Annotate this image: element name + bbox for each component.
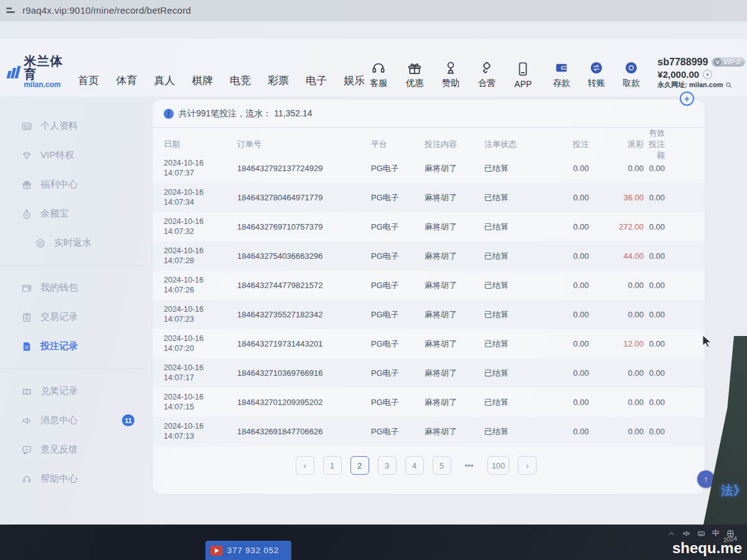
cell-valid-bet: 0.00 — [647, 368, 693, 378]
cell-order-number: 1846432701209395202 — [237, 398, 371, 407]
header-action-headset[interactable]: 客服 — [365, 60, 392, 89]
taskbar-window-button[interactable]: 377 932 052 — [205, 541, 291, 560]
nav-item-8[interactable]: 娱乐 — [344, 73, 365, 88]
page-button-1[interactable]: 1 — [323, 456, 342, 475]
cell-order-number: 1846432735527182342 — [237, 310, 371, 319]
header-action-gift[interactable]: 优惠 — [401, 60, 428, 89]
header-wallet-actions: 存款转账取款 — [548, 60, 645, 89]
sidebar-item-welfare-gift[interactable]: 福利中心 — [0, 170, 144, 199]
vip-badge: VVIP 0 — [712, 57, 745, 67]
sidebar-item-transaction-record[interactable]: 交易记录 — [0, 302, 144, 332]
column-header: 平台 — [371, 139, 425, 150]
page-button-4[interactable]: 4 — [405, 456, 424, 475]
balance-refresh-chevron-icon[interactable]: ▾ — [703, 70, 712, 79]
cell-bet-content: 麻将胡了 — [425, 338, 484, 350]
cell-status: 已结算 — [484, 368, 547, 379]
header-action-partner[interactable]: 合营 — [473, 60, 500, 89]
cell-valid-bet: 0.00 — [647, 251, 693, 261]
page-button-3[interactable]: 3 — [378, 456, 397, 475]
withdraw-icon — [623, 60, 639, 76]
sidebar-item-feedback[interactable]: 意见反馈 — [0, 435, 144, 464]
cell-status: 已结算 — [484, 192, 547, 203]
page-prev-button[interactable]: ‹ — [296, 456, 314, 475]
sidebar-item-prize-record[interactable]: 兑奖记录 — [0, 376, 144, 406]
sidebar-item-profile-card[interactable]: 个人资料 — [0, 111, 144, 141]
sidebar-item-rebate-target[interactable]: 实时返水 — [0, 228, 144, 258]
cell-valid-bet: 0.00 — [647, 222, 693, 231]
header-action-app[interactable]: APP — [509, 61, 537, 89]
page-ellipsis-button[interactable]: ••• — [460, 456, 479, 475]
cell-date: 2024-10-1614:07:34 — [164, 188, 237, 207]
page-button-100[interactable]: 100 — [487, 456, 510, 475]
sponsor-icon — [443, 60, 459, 76]
browser-profile-icon[interactable] — [6, 7, 15, 13]
pagination: ‹12345•••100› — [153, 456, 705, 475]
header-action-deposit[interactable]: 存款 — [548, 60, 575, 89]
sidebar-item-help-center[interactable]: 帮助中心 — [0, 464, 144, 493]
cell-valid-bet: 0.00 — [647, 281, 693, 290]
media-player-icon — [210, 546, 223, 556]
partner-icon — [479, 60, 495, 76]
page-next-button[interactable]: › — [518, 456, 537, 475]
expand-plus-button[interactable]: + — [680, 91, 694, 106]
sidebar-item-bet-record[interactable]: 投注记录 — [0, 332, 144, 361]
nav-item-4[interactable]: 棋牌 — [192, 73, 213, 88]
cell-date: 2024-10-1614:07:37 — [164, 159, 237, 178]
page-button-2[interactable]: 2 — [350, 456, 369, 475]
app-icon — [515, 61, 531, 77]
cell-order-number: 1846432710369766916 — [237, 368, 371, 378]
headset-icon — [370, 60, 387, 76]
nav-item-6[interactable]: 彩票 — [268, 73, 289, 88]
cell-bet-content: 麻将胡了 — [425, 192, 484, 203]
cell-order-number: 1846432754036663296 — [237, 251, 371, 261]
cell-platform: PG电子 — [371, 426, 425, 437]
sidebar-item-vip-gem[interactable]: VIP特权 — [0, 141, 144, 170]
cell-date: 2024-10-1614:07:20 — [164, 334, 237, 353]
page-button-5[interactable]: 5 — [433, 456, 451, 475]
tray-ime-indicator[interactable]: 中 — [712, 528, 720, 539]
table-body: 2024-10-1614:07:371846432792137724929PG电… — [153, 154, 705, 446]
table-row: 2024-10-1614:07:371846432792137724929PG电… — [153, 154, 705, 183]
header-action-withdraw[interactable]: 取款 — [618, 60, 645, 89]
help-center-icon — [21, 474, 32, 485]
search-icon[interactable] — [725, 82, 733, 89]
cell-date: 2024-10-1614:07:15 — [164, 393, 237, 412]
table-row: 2024-10-1614:07:151846432701209395202PG电… — [153, 388, 705, 417]
cell-bet-content: 麻将胡了 — [425, 222, 484, 233]
sidebar-item-wallet[interactable]: 我的钱包 — [0, 273, 144, 302]
header-action-transfer[interactable]: 转账 — [583, 60, 610, 89]
deposit-icon — [553, 60, 570, 76]
sidebar-group-2: 我的钱包交易记录投注记录 — [0, 265, 144, 365]
sidebar-item-message-center[interactable]: 消息中心11 — [0, 406, 144, 435]
header-quick-actions: 客服优惠赞助合营APP — [365, 60, 537, 89]
tray-chevron-up-icon[interactable] — [667, 530, 675, 538]
column-header: 日期 — [164, 139, 237, 150]
profile-card-icon — [21, 121, 32, 132]
table-row: 2024-10-1614:07:321846432769710757379PG电… — [153, 212, 705, 241]
nav-item-2[interactable]: 体育 — [116, 73, 137, 88]
header-action-sponsor[interactable]: 赞助 — [437, 60, 464, 89]
nav-item-3[interactable]: 真人 — [154, 73, 175, 88]
cell-order-number: 1846432780464971779 — [237, 193, 371, 202]
tray-keyboard-icon[interactable] — [697, 530, 705, 538]
cell-valid-bet: 0.00 — [647, 164, 693, 173]
nav-item-7[interactable]: 电子 — [306, 73, 327, 88]
cell-platform: PG电子 — [371, 222, 425, 233]
nav-item-1[interactable]: 首页 — [78, 73, 99, 88]
site-logo[interactable]: 米兰体育 milan.com — [7, 55, 64, 89]
tray-speaker-muted-icon[interactable] — [682, 530, 690, 538]
cell-status: 已结算 — [484, 338, 547, 350]
sidebar-item-savings-bag[interactable]: 余额宝 — [0, 199, 144, 228]
table-row: 2024-10-1614:07:171846432710369766916PG电… — [153, 358, 705, 388]
browser-url-bar[interactable]: r9aq4x.vip:9010/mine/record/betRecord — [0, 0, 747, 21]
nav-item-5[interactable]: 电竞 — [230, 73, 251, 88]
cell-status: 已结算 — [484, 309, 547, 320]
user-block[interactable]: sb7788999 VVIP 0 ¥2,000.00 ▾ 永久网址: milan… — [657, 57, 747, 89]
username: sb7788999 — [657, 57, 708, 68]
cell-bet-content: 麻将胡了 — [425, 251, 484, 262]
url-text[interactable]: r9aq4x.vip:9010/mine/record/betRecord — [22, 5, 191, 16]
column-header: 注单状态 — [484, 139, 547, 150]
column-header: 有效投注额 — [647, 128, 693, 161]
cell-platform: PG电子 — [371, 280, 425, 291]
browser-chrome-gap — [0, 21, 747, 39]
